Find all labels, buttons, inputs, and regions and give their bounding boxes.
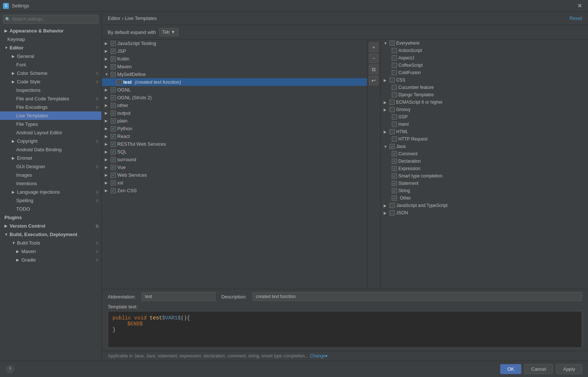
ctx-aspectj[interactable]: AspectJ <box>381 54 588 62</box>
ctx-statement[interactable]: Statement <box>381 180 588 187</box>
tpl-checkbox[interactable] <box>111 157 116 162</box>
ctx-checkbox[interactable] <box>392 70 397 75</box>
ctx-checkbox[interactable] <box>392 151 397 156</box>
tpl-checkbox[interactable] <box>111 134 116 139</box>
copy-button[interactable]: ⧉ <box>369 65 378 74</box>
tpl-row-sql[interactable]: ▶ SQL <box>102 148 367 156</box>
tpl-checkbox[interactable] <box>111 111 116 116</box>
add-button[interactable]: + <box>369 42 378 52</box>
ctx-checkbox[interactable] <box>392 136 397 142</box>
ctx-checkbox[interactable] <box>390 203 395 208</box>
change-link[interactable]: Change <box>310 353 325 359</box>
sidebar-item-font[interactable]: Font <box>0 60 101 69</box>
ctx-checkbox[interactable] <box>390 41 395 46</box>
ctx-checkbox[interactable] <box>390 144 395 149</box>
sidebar-item-build-execution[interactable]: Build, Execution, Deployment <box>0 230 101 239</box>
sidebar-item-fileencodings[interactable]: File Encodings ⎘ <box>0 103 101 111</box>
tpl-checkbox[interactable] <box>111 188 116 193</box>
tpl-row-surround[interactable]: ▶ surround <box>102 156 367 163</box>
tpl-row-javascript-testing[interactable]: ▶ JavaScript Testing <box>102 39 367 47</box>
tpl-checkbox[interactable] <box>111 49 116 54</box>
ctx-checkbox[interactable] <box>390 129 395 134</box>
ctx-smart-type[interactable]: Smart type completion <box>381 172 588 180</box>
tpl-row-test[interactable]: test (created text function) <box>102 78 367 86</box>
ctx-other-java[interactable]: Other <box>381 194 588 202</box>
tpl-checkbox[interactable] <box>111 142 116 147</box>
sidebar-item-images[interactable]: Images <box>0 171 101 179</box>
ctx-checkbox[interactable] <box>392 166 397 171</box>
description-input[interactable] <box>253 292 582 301</box>
sidebar-item-emmet[interactable]: Emmet <box>0 154 101 162</box>
ctx-coffeescript[interactable]: CoffeeScript <box>381 62 588 69</box>
sidebar-item-versioncontrol[interactable]: Version Control ⎘ <box>0 222 101 230</box>
ctx-checkbox[interactable] <box>392 188 397 193</box>
ctx-coldfusion[interactable]: ColdFusion <box>381 69 588 76</box>
tpl-row-myselfdefine[interactable]: ▼ MySelfDefine <box>102 70 367 78</box>
ctx-checkbox[interactable] <box>390 107 395 112</box>
ctx-comment[interactable]: Comment <box>381 150 588 158</box>
sidebar-item-keymap[interactable]: Keymap <box>0 35 101 44</box>
reset-button[interactable]: Reset <box>570 15 582 21</box>
sidebar-item-plugins[interactable]: Plugins <box>0 213 101 222</box>
ctx-actionscript[interactable]: ActionScript <box>381 47 588 54</box>
sidebar-item-filecodetemplates[interactable]: File and Code Templates ⎘ <box>0 94 101 103</box>
ctx-haml[interactable]: Haml <box>381 121 588 128</box>
ctx-checkbox[interactable] <box>392 48 397 53</box>
sidebar-item-appearance[interactable]: Appearance & Behavior <box>0 27 101 35</box>
ctx-gsp[interactable]: GSP <box>381 113 588 121</box>
sidebar-item-intentions[interactable]: Intentions <box>0 179 101 188</box>
sidebar-item-codestyle[interactable]: Code Style ⎘ <box>0 77 101 86</box>
sidebar-item-androiddatabinding[interactable]: Android Data Binding <box>0 145 101 154</box>
ok-button[interactable]: OK <box>500 364 521 374</box>
abbreviation-input[interactable] <box>142 292 215 301</box>
tpl-row-ognl[interactable]: ▶ OGNL <box>102 86 367 94</box>
ctx-checkbox[interactable] <box>390 100 395 105</box>
tpl-checkbox[interactable] <box>111 126 116 131</box>
search-box[interactable]: 🔍 <box>3 15 98 24</box>
ctx-checkbox[interactable] <box>392 63 397 68</box>
tpl-row-zen-css[interactable]: ▶ Zen CSS <box>102 187 367 194</box>
sidebar-item-spelling[interactable]: Spelling ⎘ <box>0 196 101 205</box>
remove-button[interactable]: − <box>369 53 378 63</box>
ctx-checkbox[interactable] <box>392 55 397 60</box>
ctx-js-ts[interactable]: ▶ JavaScript and TypeScript <box>381 202 588 209</box>
ctx-checkbox[interactable] <box>390 77 395 83</box>
sidebar-item-colorscheme[interactable]: Color Scheme ⎘ <box>0 69 101 77</box>
sidebar-item-androidlayouteditor[interactable]: Android Layout Editor <box>0 128 101 137</box>
ctx-http-request[interactable]: HTTP Request <box>381 135 588 143</box>
ctx-ecmascript[interactable]: ▶ ECMAScript 6 or higher <box>381 98 588 106</box>
sidebar-item-livetemplates[interactable]: Live Templates <box>0 111 101 120</box>
ctx-groovy[interactable]: ▶ Groovy <box>381 106 588 113</box>
tpl-checkbox[interactable] <box>111 95 116 100</box>
tpl-row-vue[interactable]: ▶ Vue <box>102 163 367 171</box>
tpl-row-jsp[interactable]: ▶ JSP <box>102 47 367 55</box>
tpl-checkbox[interactable] <box>111 87 116 93</box>
code-editor[interactable]: public void test$VAR1$(){ $END$ } <box>108 311 582 348</box>
sidebar-item-buildtools[interactable]: Build Tools ⎘ <box>0 239 101 247</box>
ctx-checkbox[interactable] <box>392 173 397 179</box>
close-button[interactable]: ✕ <box>574 1 585 11</box>
ctx-checkbox[interactable] <box>392 114 397 120</box>
ctx-checkbox[interactable] <box>392 92 397 97</box>
tpl-checkbox[interactable] <box>111 56 116 62</box>
tpl-checkbox[interactable] <box>111 173 116 178</box>
sidebar-item-editor[interactable]: Editor <box>0 44 101 52</box>
sidebar-item-inspections[interactable]: Inspections <box>0 86 101 94</box>
tpl-row-python[interactable]: ▶ Python <box>102 125 367 132</box>
ctx-json[interactable]: ▶ JSON <box>381 209 588 217</box>
tpl-row-plain[interactable]: ▶ plain <box>102 117 367 125</box>
expand-select[interactable]: Tab ▼ <box>159 28 179 36</box>
tpl-checkbox[interactable] <box>111 118 116 124</box>
ctx-everywhere[interactable]: ▼ Everywhere <box>381 39 588 47</box>
ctx-checkbox[interactable] <box>392 159 397 164</box>
apply-button[interactable]: Apply <box>556 364 582 374</box>
tpl-checkbox[interactable] <box>111 165 116 170</box>
ctx-django[interactable]: Django Templates <box>381 91 588 98</box>
tpl-checkbox[interactable] <box>111 149 116 155</box>
tpl-row-react[interactable]: ▶ React <box>102 132 367 140</box>
tpl-checkbox[interactable] <box>111 41 116 46</box>
tpl-row-other[interactable]: ▶ other <box>102 101 367 109</box>
sidebar-item-filetypes[interactable]: File Types <box>0 120 101 128</box>
tpl-checkbox[interactable] <box>111 64 116 69</box>
tpl-checkbox[interactable] <box>111 103 116 108</box>
